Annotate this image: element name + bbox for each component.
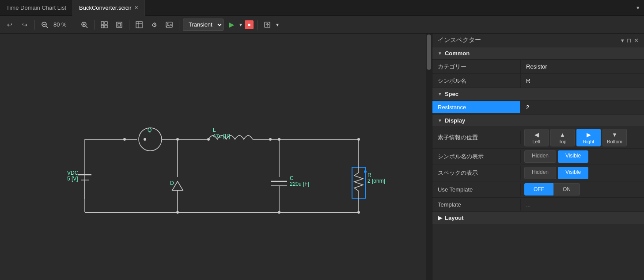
svg-line-1 xyxy=(46,26,48,28)
tab-label: Time Domain Chart List xyxy=(6,4,66,11)
main-content: VDC 5 [V] Q xyxy=(0,34,644,280)
prop-use-template-label: Use Template xyxy=(432,184,521,196)
prop-element-position-label: 素子情報の位置 xyxy=(432,131,521,144)
section-common[interactable]: ▼ Common xyxy=(432,47,644,60)
template-off-btn[interactable]: OFF xyxy=(524,183,553,196)
prop-resistance-label: Resistance xyxy=(432,101,521,113)
svg-point-44 xyxy=(207,138,210,141)
toolbar-sep-2 xyxy=(94,20,95,30)
tab-close-btn[interactable]: ✕ xyxy=(134,5,138,10)
svg-text:C: C xyxy=(290,175,294,181)
run-button[interactable]: ▶ xyxy=(226,19,237,30)
chevron-common: ▼ xyxy=(438,51,442,56)
section-layout-label: Layout xyxy=(445,215,464,221)
section-layout[interactable]: ▶ Layout xyxy=(432,212,644,224)
zoom-in-button[interactable] xyxy=(78,19,91,31)
svg-text:Q: Q xyxy=(148,127,152,133)
prop-symbol-display-label: シンボル名の表示 xyxy=(432,150,521,163)
left-arrow-icon: ◀ xyxy=(534,131,539,138)
settings-button[interactable]: ⚙ xyxy=(148,19,160,31)
prop-resistance: Resistance 2 xyxy=(432,100,644,115)
inspector-pin-btn[interactable]: ⊓ xyxy=(627,37,631,44)
bottom-arrow-icon: ▼ xyxy=(612,131,617,138)
svg-rect-20 xyxy=(41,62,385,252)
export-button[interactable] xyxy=(261,19,273,31)
pos-btn-left[interactable]: ◀ Left xyxy=(524,129,549,146)
section-common-label: Common xyxy=(445,50,470,57)
prop-template-value: ... xyxy=(521,199,536,211)
section-spec-label: Spec xyxy=(445,91,458,97)
zoom-level: 80 % xyxy=(53,21,76,28)
svg-point-32 xyxy=(144,138,146,141)
template-on-btn[interactable]: ON xyxy=(553,183,580,196)
prop-category-label: カテゴリー xyxy=(432,60,521,73)
prop-resistance-value[interactable]: 2 xyxy=(521,101,644,113)
pos-right-label: Right xyxy=(583,139,595,144)
canvas-area[interactable]: VDC 5 [V] Q xyxy=(0,34,432,280)
pos-btn-top[interactable]: ▲ Top xyxy=(550,129,575,146)
toolbar: ↩ ↪ 80 % xyxy=(0,16,644,34)
prop-category: カテゴリー Resistor xyxy=(432,60,644,74)
zoom-out-button[interactable] xyxy=(38,19,51,31)
right-arrow-icon: ▶ xyxy=(587,131,591,138)
svg-point-17 xyxy=(167,23,169,24)
undo-button[interactable]: ↩ xyxy=(4,19,16,31)
prop-symbol-display: シンボル名の表示 Hidden Visible xyxy=(432,149,644,165)
spec-visible-btn[interactable]: Visible xyxy=(558,167,588,179)
svg-text:2 [ohm]: 2 [ohm] xyxy=(367,178,385,184)
inspector-panel: インスペクター ▾ ⊓ ✕ ▼ Common カテゴリー Resistor シン… xyxy=(432,34,644,280)
chevron-display: ▼ xyxy=(438,118,442,123)
image-button[interactable] xyxy=(163,19,175,31)
tab-bar: Time Domain Chart List BuckConverter.sci… xyxy=(0,0,644,16)
svg-text:5 [V]: 5 [V] xyxy=(67,176,78,182)
vertical-scrollbar[interactable] xyxy=(426,34,432,280)
tab-dropdown-btn[interactable]: ▾ xyxy=(632,4,644,11)
circuit-container: VDC 5 [V] Q xyxy=(0,34,426,280)
svg-point-61 xyxy=(364,170,367,173)
stop-button[interactable]: ■ xyxy=(245,20,254,29)
use-template-toggle: OFF ON xyxy=(521,181,583,197)
prop-element-info-position: 素子情報の位置 ◀ Left ▲ Top ▶ Right ▼ Bottom xyxy=(432,127,644,149)
section-spec[interactable]: ▼ Spec xyxy=(432,88,644,100)
spec-hidden-btn[interactable]: Hidden xyxy=(524,167,556,179)
position-buttons-group: ◀ Left ▲ Top ▶ Right ▼ Bottom xyxy=(521,127,630,148)
tab-buck-converter[interactable]: BuckConverter.scicir ✕ xyxy=(73,0,144,16)
svg-rect-8 xyxy=(105,22,107,24)
prop-symbol-name-value: R xyxy=(521,75,644,87)
symbol-display-toggle: Hidden Visible xyxy=(521,149,592,165)
svg-rect-7 xyxy=(101,22,104,24)
pos-btn-right[interactable]: ▶ Right xyxy=(576,129,601,146)
circuit-svg: VDC 5 [V] Q xyxy=(41,62,385,252)
section-display[interactable]: ▼ Display xyxy=(432,115,644,127)
fit-button[interactable] xyxy=(113,19,125,31)
tab-label-active: BuckConverter.scicir xyxy=(79,4,131,11)
scrollbar-thumb[interactable] xyxy=(427,35,431,70)
prop-template: Template ... xyxy=(432,198,644,212)
prop-spec-display-label: スペックの表示 xyxy=(432,166,521,180)
symbol-hidden-btn[interactable]: Hidden xyxy=(524,150,556,163)
symbol-visible-btn[interactable]: Visible xyxy=(558,150,588,163)
svg-rect-10 xyxy=(105,25,107,28)
inspector-header: インスペクター ▾ ⊓ ✕ xyxy=(432,34,644,47)
inspector-close-btn[interactable]: ✕ xyxy=(634,37,639,44)
svg-text:47u [H]: 47u [H] xyxy=(213,133,230,139)
pos-btn-bottom[interactable]: ▼ Bottom xyxy=(602,129,627,146)
svg-rect-11 xyxy=(117,22,122,27)
svg-rect-12 xyxy=(118,23,121,26)
prop-symbol-name: シンボル名 R xyxy=(432,74,644,88)
export-dropdown-btn[interactable]: ▾ xyxy=(276,22,279,28)
table-button[interactable] xyxy=(133,19,145,31)
tab-time-domain[interactable]: Time Domain Chart List xyxy=(0,0,73,16)
toolbar-sep-5 xyxy=(257,20,258,30)
top-arrow-icon: ▲ xyxy=(560,131,565,138)
prop-symbol-name-label: シンボル名 xyxy=(432,74,521,88)
redo-button[interactable]: ↪ xyxy=(19,19,31,31)
svg-text:VDC: VDC xyxy=(67,170,79,176)
run-dropdown-btn[interactable]: ▾ xyxy=(239,22,242,28)
grid-button[interactable] xyxy=(98,19,110,31)
svg-text:220u [F]: 220u [F] xyxy=(290,181,309,187)
svg-line-4 xyxy=(86,26,87,28)
inspector-dropdown-btn[interactable]: ▾ xyxy=(621,37,624,44)
simulation-type-select[interactable]: Transient AC DC xyxy=(183,19,224,31)
prop-spec-display: スペックの表示 Hidden Visible xyxy=(432,165,644,181)
